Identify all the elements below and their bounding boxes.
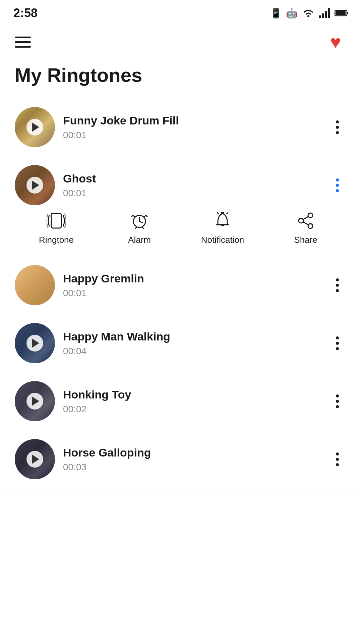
ringtone-action-button[interactable]: Ringtone — [33, 211, 80, 245]
play-icon — [32, 454, 39, 464]
list-item: Horse Galloping 00:03 — [0, 430, 362, 488]
ringtone-thumbnail[interactable] — [15, 381, 55, 421]
svg-line-14 — [217, 213, 219, 214]
ringtone-duration: 00:01 — [63, 130, 319, 141]
three-dots-icon — [336, 278, 339, 292]
play-icon — [32, 338, 39, 348]
svg-point-18 — [308, 213, 313, 218]
ringtone-thumbnail[interactable] — [15, 165, 55, 205]
more-options-button[interactable] — [327, 172, 347, 199]
svg-line-12 — [142, 227, 144, 229]
list-item: Ghost 00:01 — [0, 156, 362, 256]
alarm-icon — [128, 211, 151, 231]
svg-point-20 — [299, 218, 303, 223]
ringtone-name: Honking Toy — [63, 388, 319, 401]
share-action-button[interactable]: Share — [282, 211, 329, 245]
svg-point-19 — [308, 224, 313, 228]
list-item: Happy Man Walking 00:04 — [0, 314, 362, 372]
heart-icon: ♥ — [330, 32, 341, 52]
ringtone-list: Funny Joke Drum Fill 00:01 Ghost 00:01 — [0, 98, 362, 488]
svg-rect-7 — [336, 11, 346, 15]
play-button[interactable] — [26, 451, 43, 468]
svg-rect-2 — [322, 13, 324, 18]
play-button[interactable] — [26, 177, 43, 194]
battery-icon — [335, 9, 349, 17]
action-row: Ringtone Alarm — [15, 205, 347, 247]
wifi-icon — [302, 8, 315, 18]
ringtone-thumbnail[interactable] — [15, 107, 55, 147]
play-button[interactable] — [26, 393, 43, 410]
share-action-label: Share — [294, 235, 317, 245]
notification-action-label: Notification — [201, 235, 244, 245]
svg-rect-1 — [319, 15, 321, 18]
ringtone-name: Funny Joke Drum Fill — [63, 114, 319, 127]
play-icon — [32, 396, 39, 406]
notification-action-button[interactable]: Notification — [199, 211, 246, 245]
status-bar: 2:58 📱 🤖 — [0, 0, 362, 23]
status-time: 2:58 — [13, 6, 38, 20]
favorites-button[interactable]: ♥ — [324, 30, 347, 54]
play-icon — [32, 180, 39, 190]
three-dots-icon — [336, 120, 339, 134]
more-options-button[interactable] — [327, 114, 347, 141]
sim-icon: 📱 — [270, 8, 282, 19]
more-options-button[interactable] — [327, 446, 347, 473]
svg-line-15 — [227, 213, 228, 214]
alarm-action-label: Alarm — [128, 235, 151, 245]
status-icons: 📱 🤖 — [270, 8, 349, 19]
ringtone-info: Funny Joke Drum Fill 00:01 — [55, 114, 327, 141]
notification-icon — [211, 211, 234, 231]
three-dots-icon — [336, 178, 339, 192]
list-item: Happy Gremlin 00:01 — [0, 256, 362, 314]
three-dots-icon — [336, 452, 339, 466]
ringtone-name: Ghost — [63, 172, 319, 185]
svg-line-22 — [303, 222, 308, 225]
hamburger-menu-button[interactable] — [15, 37, 31, 48]
svg-rect-3 — [325, 11, 327, 18]
ringtone-duration: 00:01 — [63, 188, 319, 199]
play-button[interactable] — [26, 335, 43, 352]
share-icon — [294, 211, 317, 231]
ringtone-info: Happy Man Walking 00:04 — [55, 330, 327, 357]
svg-rect-4 — [328, 8, 330, 18]
page-title: My Ringtones — [0, 60, 362, 98]
ringtone-info: Happy Gremlin 00:01 — [55, 272, 327, 299]
list-item: Funny Joke Drum Fill 00:01 — [0, 98, 362, 156]
svg-point-0 — [307, 15, 309, 17]
svg-line-21 — [303, 217, 308, 219]
ringtone-info: Honking Toy 00:02 — [55, 388, 327, 415]
play-icon — [32, 122, 39, 132]
list-item: Honking Toy 00:02 — [0, 372, 362, 430]
more-options-button[interactable] — [327, 330, 347, 357]
ringtone-name: Happy Gremlin — [63, 272, 319, 285]
ringtone-thumbnail[interactable] — [15, 323, 55, 363]
three-dots-icon — [336, 394, 339, 408]
more-options-button[interactable] — [327, 272, 347, 299]
ringtone-thumbnail[interactable] — [15, 439, 55, 479]
ringtone-duration: 00:03 — [63, 462, 319, 473]
ringtone-icon — [45, 211, 68, 231]
alarm-action-button[interactable]: Alarm — [116, 211, 163, 245]
top-bar: ♥ — [0, 23, 362, 60]
ringtone-info: Horse Galloping 00:03 — [55, 446, 327, 473]
signal-icon — [319, 8, 330, 18]
ringtone-action-label: Ringtone — [39, 235, 74, 245]
ringtone-duration: 00:01 — [63, 288, 319, 299]
android-icon: 🤖 — [286, 8, 298, 19]
ringtone-thumbnail[interactable] — [15, 265, 55, 305]
ringtone-duration: 00:02 — [63, 404, 319, 415]
three-dots-icon — [336, 336, 339, 350]
play-button[interactable] — [26, 119, 43, 136]
more-options-button[interactable] — [327, 388, 347, 415]
svg-line-10 — [139, 221, 142, 223]
ringtone-name: Happy Man Walking — [63, 330, 319, 343]
ringtone-name: Horse Galloping — [63, 446, 319, 459]
ringtone-duration: 00:04 — [63, 346, 319, 357]
svg-line-11 — [135, 227, 136, 229]
svg-rect-6 — [347, 12, 348, 14]
ringtone-info: Ghost 00:01 — [55, 172, 327, 199]
